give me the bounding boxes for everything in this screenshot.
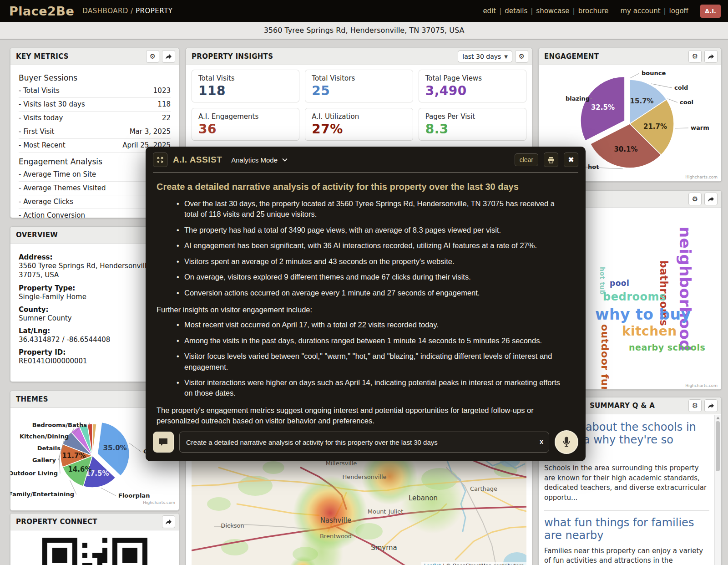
property-connect-title: PROPERTY CONNECT xyxy=(16,518,159,526)
svg-text:Family/Entertaining: Family/Entertaining xyxy=(10,491,74,498)
svg-text:bounce: bounce xyxy=(642,70,666,76)
map-city-label: Smyrna xyxy=(371,544,397,552)
ai-prompt-input[interactable] xyxy=(179,432,549,453)
chevron-down-icon xyxy=(282,158,288,162)
scroll-up-arrow-icon[interactable] xyxy=(716,417,720,419)
map-city-label: Lebanon xyxy=(409,494,438,502)
breadcrumb-property: PROPERTY xyxy=(136,7,172,15)
analysis-bullets-1: Over the last 30 days, the property loca… xyxy=(157,199,575,298)
wordcloud-word[interactable]: bedrooms xyxy=(603,291,666,302)
analysis-bullets-2: Most recent visit occurred on April 17, … xyxy=(157,320,575,399)
close-icon[interactable]: ✖ xyxy=(564,153,578,167)
ai-assist-modal: A.I. ASSIST Analytics Mode clear ✖ Creat… xyxy=(146,147,586,461)
analysis-bullet: Over the last 30 days, the property loca… xyxy=(177,199,570,220)
breadcrumb-dashboard[interactable]: DASHBOARD xyxy=(82,7,128,15)
chevron-down-icon: ▼ xyxy=(504,54,508,59)
analysis-bullet: On average, visitors explored 9 differen… xyxy=(177,272,570,282)
analysis-bullet: The property has had a total of 3490 pag… xyxy=(177,225,570,235)
svg-text:11.7%: 11.7% xyxy=(62,452,86,460)
account-nav-links: my account|logoff xyxy=(621,7,688,15)
qa-scrollbar[interactable] xyxy=(714,415,721,565)
insight-card: Total Page Views3,490 xyxy=(419,70,526,102)
qa-question[interactable]: what fun things for families are nearby xyxy=(544,516,709,542)
nav-link-edit[interactable]: edit xyxy=(483,7,496,15)
svg-text:Gallery: Gallery xyxy=(32,457,56,463)
chat-bubble-icon[interactable] xyxy=(153,432,174,453)
wordcloud-word[interactable]: nearby schools xyxy=(629,343,705,352)
map-city-label: Hendersonville xyxy=(342,473,386,480)
share-icon[interactable] xyxy=(704,50,718,63)
property-address-bar: 3560 Tyree Springs Rd, Hendersonville, T… xyxy=(0,22,728,40)
expand-move-icon[interactable] xyxy=(153,153,167,167)
property-connect-panel: PROPERTY CONNECT xyxy=(10,513,179,565)
share-icon[interactable] xyxy=(704,399,718,412)
share-icon[interactable] xyxy=(704,193,718,205)
share-icon[interactable] xyxy=(162,50,175,63)
insight-card: Pages Per Visit8.3 xyxy=(419,108,526,141)
prompt-heading: Create a detailed narrative analysis of … xyxy=(157,182,575,192)
svg-text:35.0%: 35.0% xyxy=(103,444,127,452)
app-logo[interactable]: Place2Be xyxy=(9,4,74,18)
nav-separator: | xyxy=(664,7,666,15)
map-city-label: Nashville xyxy=(320,516,351,524)
microphone-icon[interactable] xyxy=(555,430,578,454)
modal-title: A.I. ASSIST xyxy=(173,155,222,165)
nav-separator: | xyxy=(531,7,533,15)
nav-separator: | xyxy=(499,7,501,15)
property-insights-panel: PROPERTY INSIGHTS last 30 days▼ ⚙ Total … xyxy=(186,48,532,151)
wordcloud-word[interactable]: neighborhood xyxy=(677,227,693,351)
wordcloud-word[interactable]: pool xyxy=(610,280,629,287)
wordcloud-word[interactable]: kitchen xyxy=(622,325,677,338)
nav-link-brochure[interactable]: brochure xyxy=(578,7,609,15)
overview-title: OVERVIEW xyxy=(16,231,151,239)
clear-button[interactable]: clear xyxy=(515,153,538,166)
date-range-select[interactable]: last 30 days▼ xyxy=(458,51,512,62)
svg-text:warm: warm xyxy=(691,124,709,131)
svg-text:Kitchen/Dining: Kitchen/Dining xyxy=(20,433,69,440)
svg-text:cool: cool xyxy=(680,99,693,106)
svg-text:cold: cold xyxy=(674,84,688,91)
input-clear-x[interactable]: x xyxy=(540,438,543,445)
map-city-label: Brentwood xyxy=(320,533,352,540)
insight-card: Total Visitors25 xyxy=(305,70,413,102)
analysis-bullet: Most recent visit occurred on April 17, … xyxy=(177,320,570,330)
svg-text:15.7%: 15.7% xyxy=(630,97,654,105)
gear-icon[interactable]: ⚙ xyxy=(688,50,702,63)
nav-link-details[interactable]: details xyxy=(505,7,527,15)
svg-text:blazing: blazing xyxy=(566,95,590,102)
key-metrics-title: KEY METRICS xyxy=(16,52,143,61)
mode-dropdown[interactable]: Analytics Mode xyxy=(231,156,288,164)
svg-text:Floorplan: Floorplan xyxy=(118,492,150,499)
map-attribution: Leaflet | © OpenStreetMap contributors xyxy=(421,562,526,565)
map-city-label: Mount-Juliet xyxy=(368,508,404,515)
ai-nav-button[interactable]: A.I. xyxy=(700,5,721,18)
nav-link-showcase[interactable]: showcase xyxy=(536,7,569,15)
dashboard-page: Place2Be DASHBOARD / PROPERTY edit|detai… xyxy=(0,0,728,565)
insight-cards: Total Visits118Total Visitors25Total Pag… xyxy=(186,65,532,145)
analysis-bullet: Conversion actions occurred on average e… xyxy=(177,288,570,298)
gear-icon[interactable]: ⚙ xyxy=(688,193,702,205)
svg-text:hot: hot xyxy=(588,163,599,170)
scroll-thumb[interactable] xyxy=(716,421,720,471)
nav-link-my-account[interactable]: my account xyxy=(621,7,661,15)
wordcloud-word[interactable]: outdoor fun xyxy=(600,324,610,390)
svg-text:21.7%: 21.7% xyxy=(643,122,667,131)
wordcloud-word[interactable]: why to buy xyxy=(595,307,691,322)
svg-text:14.6%: 14.6% xyxy=(68,465,91,473)
svg-text:Outdoor Living: Outdoor Living xyxy=(10,470,58,477)
gear-icon[interactable]: ⚙ xyxy=(688,399,702,412)
nav-link-logoff[interactable]: logoff xyxy=(669,7,688,15)
insight-card: A.I. Utilization27% xyxy=(305,108,413,141)
print-icon[interactable] xyxy=(544,153,558,167)
qr-code xyxy=(42,538,147,565)
gear-icon[interactable]: ⚙ xyxy=(515,50,528,63)
gear-icon[interactable]: ⚙ xyxy=(146,50,159,63)
analysis-closing: The property's engagement metrics sugges… xyxy=(157,405,575,427)
metric-row: - Visits last 30 days118 xyxy=(19,98,171,112)
property-nav-links: edit|details|showcase|brochure xyxy=(483,7,608,15)
metric-row: - Visits today22 xyxy=(19,112,171,125)
share-icon[interactable] xyxy=(162,515,175,528)
breadcrumb-separator: / xyxy=(131,7,136,15)
qa-answer: Families near this property can enjoy a … xyxy=(544,546,709,565)
leaflet-link[interactable]: Leaflet xyxy=(424,563,441,565)
